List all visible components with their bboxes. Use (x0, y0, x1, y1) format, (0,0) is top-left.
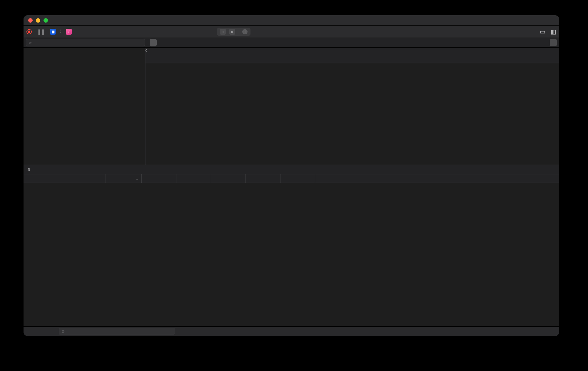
col-count[interactable]: ⌄ (106, 174, 142, 183)
seg-all-tracks[interactable] (150, 39, 157, 46)
detail-table: ⌄ (24, 174, 559, 326)
timeline-area: ✕ (24, 48, 559, 165)
filter-icon: ⊜ (29, 41, 32, 45)
time-ruler[interactable]: ✕ (145, 48, 559, 63)
close-window-button[interactable] (28, 18, 33, 23)
duplicate-button[interactable] (550, 39, 557, 46)
table-header-row: ⌄ (24, 174, 559, 183)
filter-icon: ⊜ (61, 329, 65, 334)
instruments-window: ❚❚ ▣ 〉 ✓ ◀ ▶ i ▭ ◧ ⊜ (24, 15, 559, 336)
detail-header: ⇅ (24, 165, 559, 174)
track-filter-input[interactable]: ⊜ (26, 39, 145, 46)
target-selector[interactable]: ▣ 〉 ✓ (50, 28, 74, 35)
track-list (24, 48, 145, 165)
minimize-window-button[interactable] (36, 18, 40, 23)
detail-filter-input[interactable]: ⊜ (59, 328, 175, 335)
col-total[interactable] (142, 174, 176, 183)
zoom-window-button[interactable] (44, 18, 48, 23)
toolbar: ❚❚ ▣ 〉 ✓ ◀ ▶ i ▭ ◧ (24, 26, 559, 38)
toolbar-left: ❚❚ ▣ 〉 ✓ (26, 28, 74, 35)
prev-run-button[interactable]: ◀ (220, 29, 226, 35)
pause-button[interactable]: ❚❚ (37, 28, 45, 35)
sort-desc-icon: ⌄ (136, 177, 138, 181)
info-icon[interactable]: i (242, 29, 248, 34)
app-icon: ✓ (66, 29, 72, 35)
track-scope-segmented (150, 39, 171, 46)
chevron-right-icon: 〉 (59, 28, 64, 35)
next-run-button[interactable]: ▶ (229, 29, 235, 35)
traffic-lights (28, 18, 48, 23)
col-avg[interactable] (211, 174, 246, 183)
toolbar-right: ▭ ◧ (534, 28, 556, 35)
col-severity[interactable] (24, 174, 106, 183)
footer: ⊜ (24, 326, 559, 336)
seg-slow-frames[interactable] (164, 39, 171, 46)
sidebar-toggle-icon[interactable]: ◧ (551, 28, 556, 35)
device-icon: ▣ (50, 29, 56, 35)
record-icon (28, 31, 30, 33)
timeline-canvas[interactable]: ✕ (145, 48, 559, 165)
titlebar (24, 15, 559, 26)
minute-gridline-2 (145, 48, 146, 165)
run-info-capsule[interactable]: ◀ ▶ i (217, 28, 250, 36)
inspector-toggle-icon[interactable]: ▭ (540, 28, 545, 35)
seg-slow-body[interactable] (157, 39, 164, 46)
table-body (24, 183, 559, 326)
filterbar: ⊜ (24, 38, 559, 48)
col-max[interactable] (246, 174, 280, 183)
record-button[interactable] (26, 29, 32, 34)
col-stddev[interactable] (280, 174, 315, 183)
col-min[interactable] (176, 174, 211, 183)
dropdown-arrows-icon: ⇅ (28, 168, 30, 172)
